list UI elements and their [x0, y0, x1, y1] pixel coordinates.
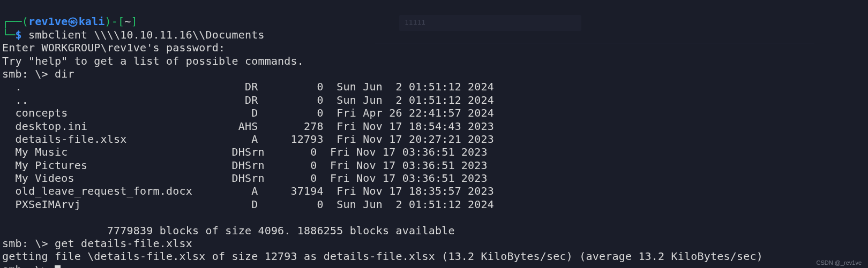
prompt-path: ~: [124, 15, 131, 28]
background-tab-text: 11111: [405, 18, 425, 26]
prompt-close: )-[: [105, 15, 125, 28]
prompt-symbol: ㉿: [68, 15, 78, 28]
prompt-host: kali: [79, 15, 105, 28]
prompt-decoration: ┌──(: [2, 15, 28, 28]
dir-command: dir: [55, 67, 74, 80]
get-command: get details-file.xlsx: [55, 237, 199, 250]
prompt-dollar: $: [15, 28, 28, 41]
prompt-user: rev1ve: [28, 15, 68, 28]
cursor: [55, 265, 61, 268]
help-text: Try "help" to get a list of possible com…: [2, 55, 304, 67]
get-output: getting file \details-file.xlsx of size …: [2, 250, 763, 263]
prompt-end: ]: [131, 15, 138, 28]
directory-listing: . DR 0 Sun Jun 2 01:51:12 2024 .. DR 0 S…: [2, 80, 494, 211]
smb-prompt-2: smb: \>: [2, 237, 55, 250]
watermark: CSDN @_rev1ve: [816, 259, 862, 266]
password-prompt: Enter WORKGROUP\rev1ve's password:: [2, 41, 231, 54]
background-tab: 11111: [399, 15, 581, 31]
prompt-line2: └─: [2, 28, 15, 41]
smb-prompt-3: smb: \>: [2, 263, 55, 268]
smb-prompt: smb: \>: [2, 67, 55, 80]
command-text: smbclient \\\\10.10.11.16\\Documents: [28, 28, 265, 41]
blocks-info: 7779839 blocks of size 4096. 1886255 blo…: [2, 224, 455, 237]
